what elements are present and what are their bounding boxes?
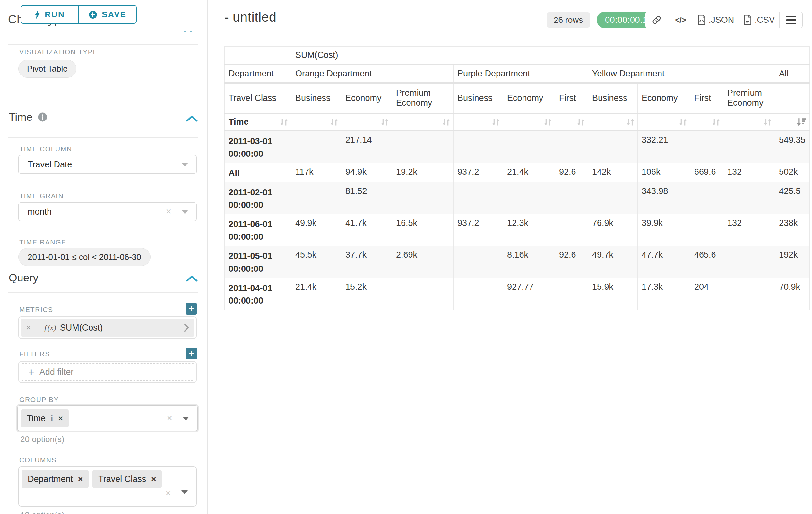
table-cell: 669.6 bbox=[690, 163, 723, 182]
time-column-select[interactable]: Travel Date bbox=[18, 155, 197, 174]
remove-metric-icon[interactable]: × bbox=[21, 319, 37, 337]
group-by-option-count: 20 option(s) bbox=[20, 434, 64, 444]
table-cell bbox=[392, 131, 454, 163]
row-label: 2011-03-01 00:00:00 bbox=[225, 131, 291, 163]
info-icon bbox=[37, 112, 48, 122]
col-header: Business bbox=[454, 83, 503, 113]
collapse-query-icon[interactable] bbox=[186, 275, 198, 282]
table-cell bbox=[503, 182, 555, 214]
col-header: Economy bbox=[638, 83, 690, 113]
save-button[interactable]: SAVE bbox=[78, 6, 136, 23]
export-csv-button[interactable]: .CSV bbox=[738, 12, 779, 28]
copy-link-button[interactable] bbox=[645, 12, 668, 28]
sort-header[interactable] bbox=[291, 113, 342, 131]
sort-header[interactable] bbox=[454, 113, 503, 131]
table-cell: 12.3k bbox=[503, 214, 555, 246]
clear-icon[interactable]: × bbox=[165, 488, 171, 498]
time-column-label: TIME COLUMN bbox=[19, 145, 72, 153]
remove-chip-icon[interactable]: × bbox=[78, 474, 83, 484]
viz-type-pill[interactable]: Pivot Table bbox=[18, 60, 77, 78]
columns-chip[interactable]: Department × bbox=[22, 470, 89, 488]
table-cell bbox=[690, 182, 723, 214]
metric-chip[interactable]: × ƒ(x) SUM(Cost) bbox=[21, 319, 195, 337]
department-header-row: Department Orange Department Purple Depa… bbox=[225, 64, 810, 83]
collapse-time-icon[interactable] bbox=[186, 115, 198, 123]
export-toolbar: </> .JSON .CSV bbox=[645, 11, 803, 28]
department-dim-label: Department bbox=[225, 64, 291, 83]
table-cell: 117k bbox=[291, 163, 342, 182]
sort-icon bbox=[626, 117, 635, 127]
sort-header[interactable] bbox=[392, 113, 454, 131]
sort-header[interactable] bbox=[555, 113, 588, 131]
chart-title[interactable]: - untitled bbox=[224, 10, 276, 25]
explore-view: Chart Type RUN SAVE VISUALIZATION TYPE P… bbox=[0, 0, 812, 514]
table-cell: 37.7k bbox=[342, 246, 392, 278]
sort-header[interactable] bbox=[588, 113, 638, 131]
group-header-purple: Purple Department bbox=[454, 64, 588, 83]
bolt-icon bbox=[35, 10, 40, 19]
run-button[interactable]: RUN bbox=[21, 6, 78, 23]
run-save-button-group: RUN SAVE bbox=[21, 5, 137, 24]
sort-header[interactable] bbox=[723, 113, 775, 131]
table-cell bbox=[555, 278, 588, 310]
columns-chip[interactable]: Travel Class × bbox=[92, 470, 162, 488]
table-cell bbox=[392, 182, 454, 214]
add-metric-button[interactable]: + bbox=[185, 303, 197, 315]
col-header: Premium Economy bbox=[392, 83, 454, 113]
row-label: 2011-05-01 00:00:00 bbox=[225, 246, 291, 278]
time-grain-select[interactable]: month × bbox=[18, 202, 197, 221]
sort-header[interactable] bbox=[342, 113, 392, 131]
sort-icon bbox=[678, 117, 688, 127]
sort-icon bbox=[543, 117, 552, 127]
row-label: 2011-06-01 00:00:00 bbox=[225, 214, 291, 246]
table-cell: 70.9k bbox=[775, 278, 810, 310]
columns-select[interactable]: Department × Travel Class × × bbox=[18, 466, 197, 507]
table-cell: 343.98 bbox=[638, 182, 690, 214]
time-range-pill[interactable]: 2011-01-01 ≤ col < 2011-06-30 bbox=[18, 248, 150, 266]
time-section-title: Time bbox=[9, 111, 48, 124]
export-json-button[interactable]: .JSON bbox=[693, 12, 738, 28]
sort-icon bbox=[329, 117, 339, 127]
add-filter-button[interactable]: + bbox=[185, 348, 197, 359]
table-cell: 217.14 bbox=[342, 131, 392, 163]
columns-label: COLUMNS bbox=[19, 456, 57, 464]
sort-icon bbox=[576, 117, 585, 127]
travel-class-header-row: Travel Class Business Economy Premium Ec… bbox=[225, 83, 810, 113]
view-query-button[interactable]: </> bbox=[668, 12, 693, 28]
more-options-button[interactable] bbox=[779, 12, 802, 28]
chevron-down-icon bbox=[182, 163, 188, 167]
remove-chip-icon[interactable]: × bbox=[151, 474, 156, 484]
group-header-yellow: Yellow Department bbox=[588, 64, 775, 83]
group-by-select[interactable]: Time i × × bbox=[17, 405, 198, 431]
table-cell: 17.3k bbox=[638, 278, 690, 310]
clear-icon[interactable]: × bbox=[167, 412, 172, 424]
plus-icon: + bbox=[28, 367, 34, 377]
table-row: All117k94.9k19.2k937.221.4k92.6142k106k6… bbox=[225, 163, 810, 182]
sort-header[interactable] bbox=[638, 113, 690, 131]
table-cell: 15.9k bbox=[588, 278, 638, 310]
table-cell: 502k bbox=[775, 163, 810, 182]
sort-header-time[interactable]: Time bbox=[225, 113, 291, 131]
group-by-chip[interactable]: Time i × bbox=[21, 409, 69, 427]
group-header-orange: Orange Department bbox=[291, 64, 454, 83]
add-filter-dropzone[interactable]: + Add filter bbox=[21, 363, 195, 381]
table-cell bbox=[291, 182, 342, 214]
sort-header[interactable] bbox=[775, 113, 810, 131]
table-row: 2011-04-01 00:00:0021.4k15.2k927.7715.9k… bbox=[225, 278, 810, 310]
table-cell bbox=[291, 131, 342, 163]
metrics-label: METRICS bbox=[19, 306, 53, 314]
table-cell: 927.77 bbox=[503, 278, 555, 310]
export-json-label: .JSON bbox=[709, 15, 734, 25]
sort-header[interactable] bbox=[503, 113, 555, 131]
divider bbox=[8, 137, 198, 138]
table-cell: 21.4k bbox=[291, 278, 342, 310]
sort-header[interactable] bbox=[690, 113, 723, 131]
clear-icon[interactable]: × bbox=[166, 206, 171, 217]
table-cell: 142k bbox=[588, 163, 638, 182]
table-cell bbox=[454, 131, 503, 163]
table-cell: 92.6 bbox=[555, 246, 588, 278]
expand-metric-icon[interactable] bbox=[178, 319, 195, 337]
remove-chip-icon[interactable]: × bbox=[58, 413, 63, 424]
table-cell: 49.9k bbox=[291, 214, 342, 246]
table-cell bbox=[555, 131, 588, 163]
